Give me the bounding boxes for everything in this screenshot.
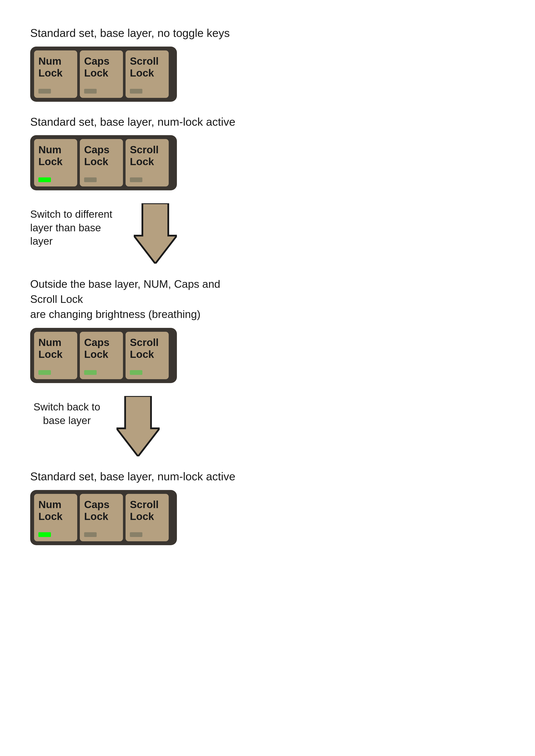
- key-numlock-3: NumLock: [34, 332, 77, 379]
- key-capslock-1-led: [84, 89, 97, 94]
- key-capslock-3-led: [84, 370, 97, 375]
- key-scrolllock-3-label: ScrollLock: [130, 337, 164, 360]
- section-4: Standard set, base layer, num-lock activ…: [30, 469, 505, 545]
- arrow-1-label: Switch to differentlayer than base layer: [30, 203, 121, 248]
- key-numlock-2-led: [39, 177, 51, 182]
- key-capslock-4: CapsLock: [80, 494, 123, 541]
- key-capslock-2-led: [84, 177, 97, 182]
- key-capslock-4-label: CapsLock: [84, 499, 119, 522]
- key-capslock-1-label: CapsLock: [84, 55, 119, 79]
- arrow-down-2: [117, 396, 160, 456]
- key-scrolllock-1-led: [130, 89, 142, 94]
- key-capslock-2-label: CapsLock: [84, 144, 119, 168]
- key-scrolllock-3-led: [130, 370, 142, 375]
- key-scrolllock-1-label: ScrollLock: [130, 55, 164, 79]
- section-1: Standard set, base layer, no toggle keys…: [30, 26, 505, 102]
- section-1-label: Standard set, base layer, no toggle keys: [30, 26, 505, 40]
- key-scrolllock-2: ScrollLock: [126, 139, 169, 186]
- key-numlock-4: NumLock: [34, 494, 77, 541]
- key-numlock-4-label: NumLock: [39, 499, 73, 522]
- key-numlock-1-led: [39, 89, 51, 94]
- key-scrolllock-1: ScrollLock: [126, 50, 169, 98]
- key-scrolllock-3: ScrollLock: [126, 332, 169, 379]
- section-2-label: Standard set, base layer, num-lock activ…: [30, 115, 505, 129]
- key-capslock-3-label: CapsLock: [84, 337, 119, 360]
- key-capslock-1: CapsLock: [80, 50, 123, 98]
- key-scrolllock-4-led: [130, 532, 142, 537]
- keyboard-row-4: NumLock CapsLock ScrollLock: [30, 490, 177, 545]
- key-numlock-1-label: NumLock: [39, 55, 73, 79]
- key-scrolllock-4: ScrollLock: [126, 494, 169, 541]
- key-capslock-2: CapsLock: [80, 139, 123, 186]
- key-capslock-4-led: [84, 532, 97, 537]
- key-numlock-3-label: NumLock: [39, 337, 73, 360]
- key-scrolllock-2-label: ScrollLock: [130, 144, 164, 168]
- key-numlock-2: NumLock: [34, 139, 77, 186]
- key-scrolllock-4-label: ScrollLock: [130, 499, 164, 522]
- key-numlock-3-led: [39, 370, 51, 375]
- section-4-label: Standard set, base layer, num-lock activ…: [30, 469, 505, 484]
- section-3-description: Outside the base layer, NUM, Caps and Sc…: [30, 277, 224, 322]
- key-scrolllock-2-led: [130, 177, 142, 182]
- key-capslock-3: CapsLock: [80, 332, 123, 379]
- key-numlock-1: NumLock: [34, 50, 77, 98]
- arrow-section-1: Switch to differentlayer than base layer: [30, 203, 505, 264]
- arrow-down-1: [134, 203, 177, 264]
- arrow-2-label: Switch back tobase layer: [30, 396, 103, 427]
- section-2: Standard set, base layer, num-lock activ…: [30, 115, 505, 191]
- key-numlock-4-led: [39, 532, 51, 537]
- section-3: Outside the base layer, NUM, Caps and Sc…: [30, 277, 505, 383]
- keyboard-row-2: NumLock CapsLock ScrollLock: [30, 135, 177, 190]
- svg-marker-0: [134, 203, 177, 264]
- svg-marker-1: [117, 396, 160, 456]
- keyboard-row-1: NumLock CapsLock ScrollLock: [30, 46, 177, 102]
- arrow-section-2: Switch back tobase layer: [30, 396, 505, 456]
- key-numlock-2-label: NumLock: [39, 144, 73, 168]
- keyboard-row-3: NumLock CapsLock ScrollLock: [30, 328, 177, 383]
